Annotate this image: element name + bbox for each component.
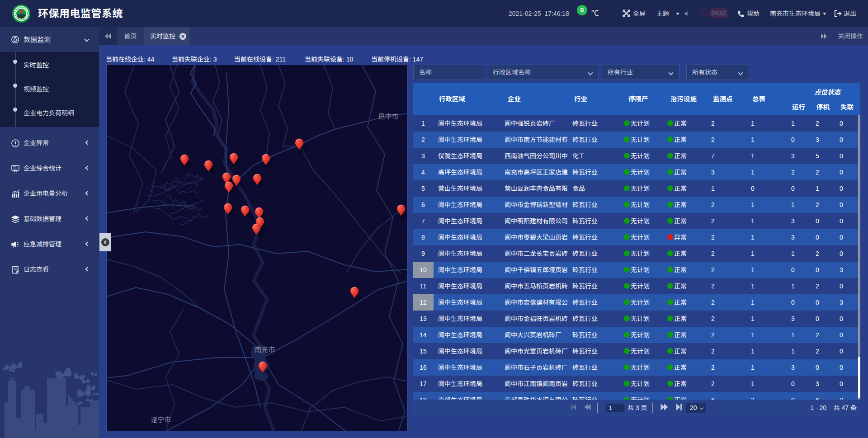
svg-text:南充市: 南充市: [255, 346, 275, 353]
svg-text:遂宁市: 遂宁市: [151, 416, 171, 424]
svg-text:巴中市: 巴中市: [378, 113, 398, 120]
